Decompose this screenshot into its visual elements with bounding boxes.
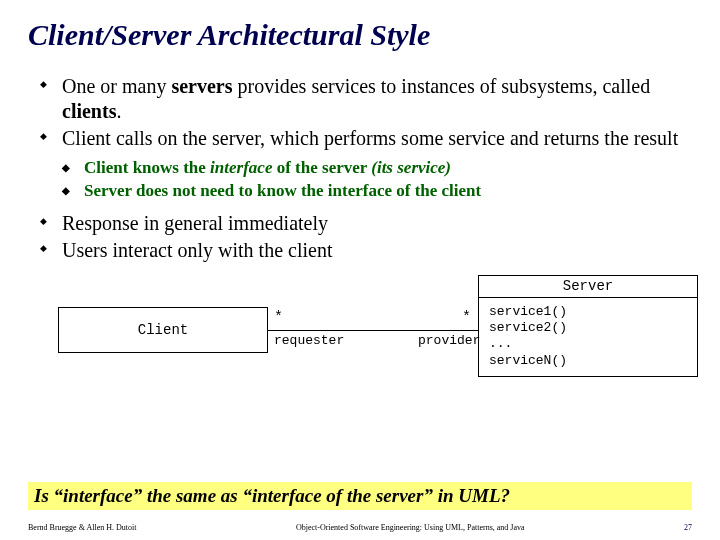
text: One or many [62,75,171,97]
role-requester: requester [274,333,344,348]
server-class-ops: service1() service2() ... serviceN() [478,297,698,377]
sub-bullet-2: Server does not need to know the interfa… [62,180,692,203]
footer-authors: Bernd Bruegge & Allen H. Dutoit [28,523,136,532]
text-it: (its service) [371,158,451,177]
footer-page-number: 27 [684,523,692,532]
multiplicity-left: * [274,309,283,326]
text: provides services to instances of subsys… [233,75,651,97]
multiplicity-right: * [462,309,471,326]
op: service1() [489,304,687,320]
sub-bullet-1: Client knows the interface of the server… [62,157,692,180]
question-highlight: Is “interface” the same as “interface of… [28,482,692,510]
footer: Bernd Bruegge & Allen H. Dutoit Object-O… [0,523,720,532]
main-bullet-list: One or many servers provides services to… [40,74,692,151]
text-bold: servers [171,75,232,97]
uml-diagram: Client Server service1() service2() ... … [58,271,698,391]
text-bi: interface [210,158,272,177]
slide-title: Client/Server Architectural Style [28,18,692,52]
role-provider: provider [418,333,480,348]
op: service2() [489,320,687,336]
text: of the server [272,158,371,177]
text: . [116,100,121,122]
client-class-box: Client [58,307,268,353]
main-bullet-list-2: Response in general immediately Users in… [40,211,692,263]
op: serviceN() [489,353,687,369]
slide: Client/Server Architectural Style One or… [0,0,720,540]
bullet-4: Users interact only with the client [40,238,692,263]
op: ... [489,336,687,352]
text-bold: clients [62,100,116,122]
server-class-name: Server [478,275,698,297]
text: Client knows the [84,158,210,177]
bullet-3: Response in general immediately [40,211,692,236]
bullet-2: Client calls on the server, which perfor… [40,126,692,151]
bullet-1: One or many servers provides services to… [40,74,692,124]
sub-bullet-list: Client knows the interface of the server… [62,157,692,203]
association-line [268,330,478,331]
footer-book-title: Object-Oriented Software Engineering: Us… [296,523,525,532]
